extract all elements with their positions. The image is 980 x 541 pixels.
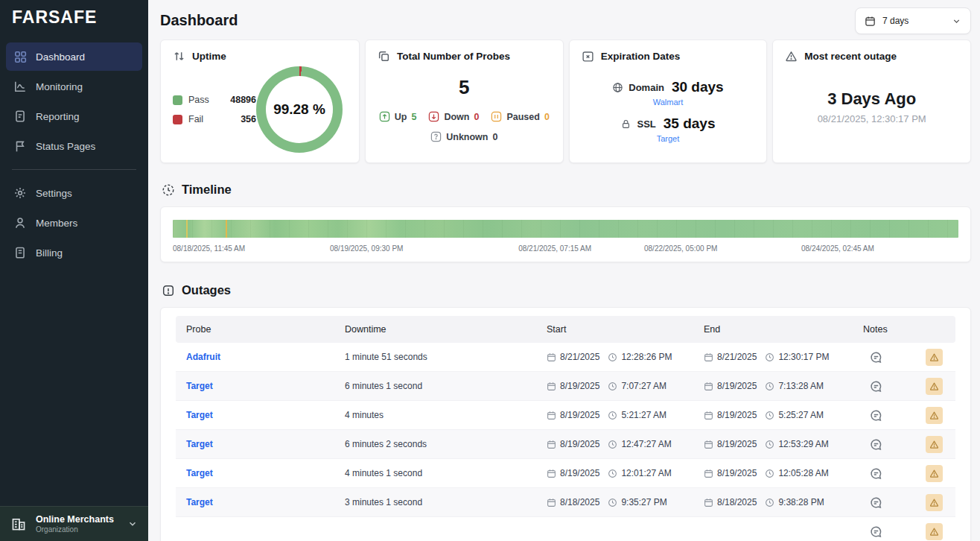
outage-alert-button[interactable] (926, 436, 943, 453)
warning-triangle-icon (929, 527, 939, 537)
sidebar-item-label: Billing (36, 247, 63, 259)
copy-icon (378, 50, 390, 63)
note-comment-icon[interactable] (869, 496, 883, 510)
recent-outage-value: 3 Days Ago (785, 89, 958, 109)
outage-alert-button[interactable] (926, 494, 943, 511)
clock-icon (608, 352, 617, 362)
start-date: 8/18/2025 (560, 497, 599, 507)
outage-row[interactable]: Target 4 minutes 1 second 8/19/2025 12:0… (176, 459, 955, 488)
col-end: End (704, 324, 863, 335)
down-badge-icon (428, 111, 439, 122)
warning-triangle-icon (929, 411, 939, 420)
clock-icon (608, 382, 617, 391)
organization-switcher[interactable]: Online Merchants Organization (0, 506, 148, 541)
end-date: 8/19/2025 (717, 439, 757, 449)
start-cell: 8/19/2025 12:47:27 AM (547, 439, 704, 449)
timeline-axis-labels: 08/18/2025, 11:45 AM08/19/2025, 09:30 PM… (173, 244, 958, 255)
ssl-probe-link[interactable]: Target (657, 134, 680, 143)
calendar-icon (865, 16, 876, 27)
start-time: 12:47:27 AM (621, 439, 671, 449)
probe-link[interactable]: Target (186, 497, 213, 507)
date-range-select[interactable]: 7 days (855, 7, 971, 34)
outage-row[interactable] (176, 517, 955, 541)
warning-triangle-icon (929, 498, 939, 507)
timeline-event-tick (226, 220, 227, 238)
end-time: 7:13:28 AM (778, 381, 824, 391)
outage-alert-button[interactable] (926, 465, 943, 482)
end-cell: 8/19/2025 12:53:29 AM (704, 439, 863, 449)
sidebar-item-label: Settings (36, 188, 72, 199)
probe-link[interactable]: Target (186, 410, 213, 420)
outage-row[interactable]: Adafruit 1 minute 51 seconds 8/21/2025 1… (176, 343, 955, 372)
domain-probe-link[interactable]: Walmart (653, 98, 684, 107)
stat-value: 0 (544, 112, 550, 122)
uptime-timeline-bar[interactable] (173, 220, 958, 238)
note-comment-icon[interactable] (869, 525, 883, 539)
start-cell: 8/19/2025 7:07:27 AM (547, 381, 704, 391)
organization-type: Organization (36, 525, 114, 534)
sidebar-item-billing[interactable]: Billing (6, 238, 142, 267)
downtime-cell: 4 minutes (345, 410, 547, 420)
col-start: Start (547, 324, 704, 335)
col-notes: Notes (863, 324, 926, 335)
legend-value: 356 (241, 114, 256, 124)
probe-link[interactable]: Adafruit (186, 352, 220, 362)
note-comment-icon[interactable] (869, 408, 883, 423)
uptime-legend: Pass 48896 Fail 356 (173, 95, 256, 124)
clock-icon (765, 352, 774, 362)
outages-section-header: Outages (162, 283, 971, 297)
sidebar-item-members[interactable]: Members (6, 209, 142, 237)
outage-row[interactable]: Target 6 minutes 2 seconds 8/19/2025 12:… (176, 430, 955, 459)
outage-alert-button[interactable] (926, 407, 943, 424)
timeline-section-header: Timeline (162, 183, 971, 197)
pass-swatch (173, 95, 182, 105)
lock-icon (620, 118, 631, 130)
note-comment-icon[interactable] (869, 437, 883, 452)
outage-row[interactable]: Target 6 minutes 1 second 8/19/2025 7:07… (176, 372, 955, 401)
clock-icon (765, 469, 774, 478)
note-comment-icon[interactable] (869, 379, 883, 393)
probe-link[interactable]: Target (186, 439, 213, 449)
stat-cards-row: Uptime Pass 48896 Fail 356 (160, 39, 971, 163)
domain-label: Domain (629, 82, 664, 93)
timeline-axis-label: 08/22/2025, 05:00 PM (644, 244, 717, 253)
probe-link[interactable]: Target (186, 468, 213, 478)
sidebar-item-label: Members (36, 218, 77, 229)
calendar-icon (547, 498, 556, 507)
note-comment-icon[interactable] (869, 350, 883, 364)
organization-name: Online Merchants (36, 514, 114, 525)
outages-table: Probe Downtime Start End Notes Adafruit … (160, 307, 971, 541)
sidebar: FARSAFE Dashboard Monitoring Reporting S… (0, 0, 148, 541)
recent-outage-card: Most recent outage 3 Days Ago 08/21/2025… (772, 39, 971, 163)
fail-swatch (173, 115, 182, 124)
card-title: Uptime (192, 51, 226, 62)
outage-row[interactable]: Target 3 minutes 1 second 8/18/2025 9:35… (176, 488, 955, 517)
clock-icon (765, 498, 774, 507)
ssl-days: 35 days (664, 116, 716, 132)
timeline-title: Timeline (182, 183, 232, 197)
outage-row[interactable]: Target 4 minutes 8/19/2025 5:21:27 AM 8/… (176, 401, 955, 430)
outages-table-body: Adafruit 1 minute 51 seconds 8/21/2025 1… (176, 343, 955, 541)
start-time: 12:01:27 AM (621, 468, 671, 478)
card-title: Most recent outage (804, 51, 897, 62)
calendar-icon (704, 411, 713, 420)
sidebar-item-reporting[interactable]: Reporting (6, 102, 142, 130)
note-comment-icon[interactable] (869, 466, 883, 481)
end-date: 8/18/2025 (717, 497, 757, 507)
chevron-down-icon (127, 519, 138, 529)
outage-alert-button[interactable] (926, 378, 943, 395)
recent-outage-timestamp: 08/21/2025, 12:30:17 PM (785, 113, 958, 124)
warning-triangle-icon (929, 382, 939, 391)
start-cell: 8/21/2025 12:28:26 PM (547, 352, 704, 362)
sidebar-divider (12, 169, 136, 170)
start-date: 8/19/2025 (560, 439, 599, 449)
sidebar-item-status-pages[interactable]: Status Pages (6, 132, 142, 160)
sidebar-item-settings[interactable]: Settings (6, 179, 142, 207)
outage-alert-button[interactable] (926, 523, 943, 540)
sidebar-item-dashboard[interactable]: Dashboard (6, 42, 142, 71)
probe-link[interactable]: Target (186, 381, 213, 391)
clock-icon (765, 411, 774, 420)
sidebar-item-monitoring[interactable]: Monitoring (6, 72, 142, 101)
outage-alert-button[interactable] (926, 349, 943, 366)
dashboard-grid-icon (13, 50, 27, 63)
